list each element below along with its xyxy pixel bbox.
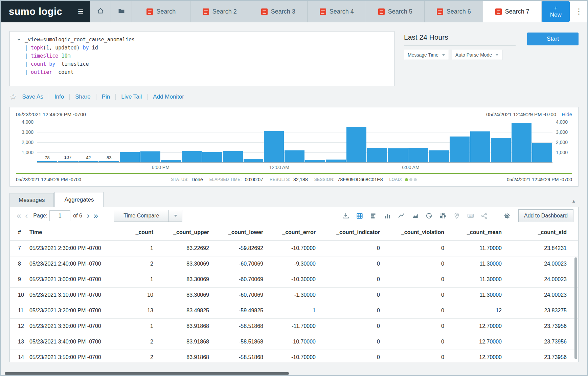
home-tab[interactable] bbox=[90, 1, 111, 22]
tab-search-6[interactable]: Search 6 bbox=[425, 1, 483, 22]
hide-link[interactable]: Hide bbox=[562, 111, 572, 117]
column-header[interactable]: _count bbox=[131, 224, 165, 241]
page-number-input[interactable] bbox=[49, 210, 70, 221]
histogram-bar[interactable] bbox=[367, 122, 387, 162]
column-header[interactable]: # bbox=[10, 224, 29, 241]
table-row[interactable]: 1305/23/2021 3:40:00 PM -0700283.91868-5… bbox=[10, 334, 578, 350]
chart-settings-icon[interactable] bbox=[439, 212, 447, 220]
graph-view-icon[interactable] bbox=[481, 212, 488, 220]
column-header[interactable]: _count_violation bbox=[391, 224, 456, 241]
area-chart-icon[interactable] bbox=[411, 212, 419, 220]
pin-link[interactable]: Pin bbox=[102, 93, 110, 100]
histogram-bar[interactable] bbox=[532, 122, 552, 162]
bar-value-label: 42 bbox=[86, 155, 91, 160]
table-row[interactable]: 805/23/2021 2:40:00 PM -0700283.30069-60… bbox=[10, 256, 578, 272]
query-editor[interactable]: _view=sumologic_root_cause_anomalies| to… bbox=[25, 36, 135, 82]
column-header[interactable]: _count_std bbox=[513, 224, 578, 241]
column-header[interactable]: _count_lower bbox=[221, 224, 275, 241]
tab-aggregates[interactable]: Aggregates bbox=[54, 192, 104, 207]
histogram-bar[interactable] bbox=[202, 122, 222, 162]
tab-search-4[interactable]: Search 4 bbox=[308, 1, 366, 22]
numeric-view-icon[interactable]: 123 bbox=[467, 212, 474, 220]
histogram-bar[interactable] bbox=[512, 122, 532, 162]
results-panel: « ‹ Page: of 6 › » Time Compare bbox=[9, 207, 579, 362]
histogram-bar[interactable] bbox=[450, 122, 470, 162]
tab-search-1[interactable]: Search bbox=[132, 1, 190, 22]
histogram-bar[interactable] bbox=[326, 122, 346, 162]
tab-search-7[interactable]: Search 7 bbox=[483, 1, 542, 22]
auto-parse-select[interactable]: Auto Parse Mode bbox=[452, 50, 502, 60]
tab-search-5[interactable]: Search 5 bbox=[366, 1, 425, 22]
tab-search-2[interactable]: Search 2 bbox=[190, 1, 249, 22]
add-to-dashboard-button[interactable]: Add to Dashboard bbox=[518, 209, 573, 222]
tab-label: Search 4 bbox=[330, 8, 354, 15]
histogram-bar[interactable] bbox=[182, 122, 202, 162]
library-tab[interactable] bbox=[111, 1, 132, 22]
collapse-panel-icon[interactable]: ▲ bbox=[571, 199, 576, 204]
vertical-scrollbar[interactable] bbox=[574, 257, 577, 359]
line-chart-icon[interactable] bbox=[398, 212, 405, 220]
favorite-star-icon[interactable]: ☆ bbox=[9, 93, 17, 101]
time-compare-dropdown[interactable] bbox=[169, 210, 182, 222]
table-row[interactable]: 1005/23/2021 3:10:00 PM -07001083.30069-… bbox=[10, 287, 578, 303]
next-page-button[interactable]: › bbox=[85, 212, 92, 220]
histogram-bar[interactable] bbox=[161, 122, 181, 162]
column-header[interactable]: _count_error bbox=[275, 224, 327, 241]
histogram-bar[interactable] bbox=[470, 122, 490, 162]
histogram-bar[interactable] bbox=[140, 122, 160, 162]
table-row[interactable]: 1205/23/2021 3:30:00 PM -0700183.91868-5… bbox=[10, 318, 578, 334]
last-page-button[interactable]: » bbox=[92, 212, 100, 220]
histogram-bar[interactable] bbox=[305, 122, 325, 162]
column-header[interactable]: _count_mean bbox=[456, 224, 513, 241]
histogram-bar[interactable]: 107 bbox=[58, 122, 78, 162]
bar-chart-horizontal-icon[interactable] bbox=[370, 212, 377, 220]
kebab-menu-icon[interactable]: ⋮ bbox=[575, 7, 583, 16]
column-chart-icon[interactable] bbox=[384, 212, 391, 220]
add-monitor-link[interactable]: Add Monitor bbox=[153, 93, 184, 100]
table-row[interactable]: 905/23/2021 3:00:00 PM -0700183.30069-60… bbox=[10, 272, 578, 287]
histogram-bar[interactable]: 83 bbox=[99, 122, 119, 162]
live-tail-link[interactable]: Live Tail bbox=[121, 93, 142, 100]
column-header[interactable]: _count_upper bbox=[165, 224, 221, 241]
time-range-selector[interactable]: Last 24 Hours bbox=[404, 31, 516, 46]
time-compare-button[interactable]: Time Compare bbox=[114, 210, 169, 222]
table-row[interactable]: 1405/23/2021 3:50:00 PM -0700283.91868-5… bbox=[10, 350, 578, 362]
table-view-icon[interactable] bbox=[356, 212, 363, 220]
collapse-query-icon[interactable] bbox=[13, 36, 25, 82]
histogram-bar[interactable] bbox=[346, 122, 366, 162]
message-time-select[interactable]: Message Time bbox=[404, 50, 449, 60]
settings-gear-icon[interactable] bbox=[503, 212, 511, 220]
histogram-bar[interactable]: 78 bbox=[37, 122, 57, 162]
info-link[interactable]: Info bbox=[54, 93, 64, 100]
topbar-right: + New ⋮ bbox=[542, 1, 587, 22]
histogram-bar[interactable] bbox=[429, 122, 449, 162]
histogram-bar[interactable] bbox=[491, 122, 511, 162]
column-header[interactable]: _count_indicator bbox=[327, 224, 391, 241]
histogram-bar[interactable] bbox=[120, 122, 140, 162]
previous-page-button[interactable]: ‹ bbox=[23, 212, 30, 220]
export-icon[interactable] bbox=[342, 212, 349, 220]
map-view-icon[interactable] bbox=[453, 212, 460, 220]
pie-chart-icon[interactable] bbox=[425, 212, 433, 220]
menu-icon[interactable]: ≡ bbox=[78, 7, 83, 16]
table-row[interactable]: 1105/23/2021 3:20:00 PM -07001383.49825-… bbox=[10, 303, 578, 318]
share-link[interactable]: Share bbox=[75, 93, 90, 100]
save-as-link[interactable]: Save As bbox=[22, 93, 43, 100]
histogram-bar[interactable] bbox=[223, 122, 243, 162]
tab-search-3[interactable]: Search 3 bbox=[249, 1, 308, 22]
histogram-bar[interactable] bbox=[264, 122, 284, 162]
tab-messages[interactable]: Messages bbox=[9, 193, 54, 207]
table-row[interactable]: 705/23/2021 2:30:00 PM -0700183.22692-59… bbox=[10, 241, 578, 256]
new-button[interactable]: + New bbox=[542, 1, 570, 22]
y-axis-label: 4,000 bbox=[556, 119, 568, 125]
horizontal-scrollbar[interactable] bbox=[5, 372, 289, 375]
histogram-bar[interactable]: 42 bbox=[78, 122, 98, 162]
histogram-bar[interactable] bbox=[388, 122, 408, 162]
status-value: Done bbox=[191, 177, 203, 182]
start-button[interactable]: Start bbox=[527, 33, 579, 45]
first-page-button[interactable]: « bbox=[15, 212, 23, 220]
histogram-bar[interactable] bbox=[244, 122, 264, 162]
histogram-bar[interactable] bbox=[408, 122, 428, 162]
histogram-bar[interactable] bbox=[285, 122, 304, 162]
column-header[interactable]: Time bbox=[29, 224, 131, 241]
